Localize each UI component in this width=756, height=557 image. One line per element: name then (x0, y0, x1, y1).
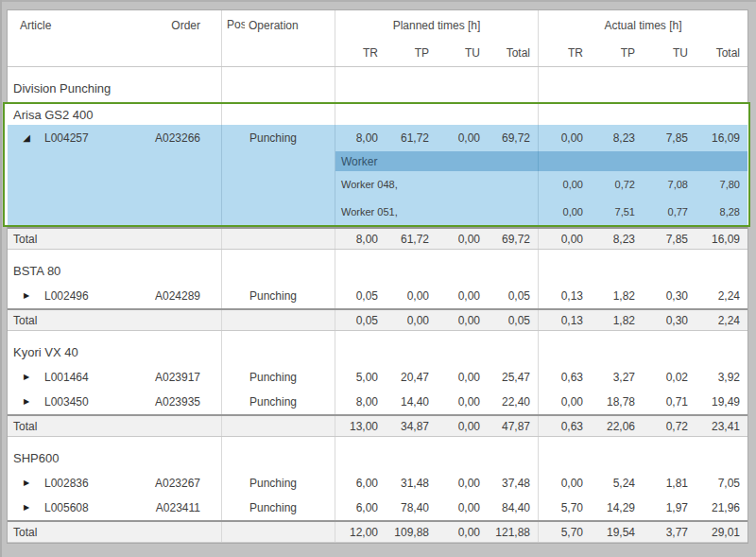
table-row[interactable]: ▶ L002836 A023267 Punching 6,00 31,48 0,… (8, 471, 747, 496)
planned-total: 0,05 (488, 284, 538, 308)
planned-total: 47,87 (488, 416, 538, 436)
column-header-pos[interactable]: Pos. (221, 10, 245, 66)
worker-detail-row[interactable]: Worker 048, 0,00 0,72 7,08 7,80 (8, 171, 747, 198)
planned-tp: 0,00 (386, 310, 437, 330)
actual-total: 2,24 (696, 310, 747, 330)
actual-tr: 5,70 (538, 522, 591, 542)
table-row[interactable]: ▶ L002496 A024289 Punching 0,05 0,00 0,0… (8, 284, 747, 308)
planned-tu: 0,00 (437, 310, 488, 330)
division-label: Division Punching (8, 67, 221, 102)
column-header-order[interactable]: Order (149, 10, 221, 40)
planned-tp: 61,72 (386, 229, 437, 249)
spacer-cell (221, 104, 335, 125)
operation-value: Punching (245, 390, 335, 414)
table-row-selected[interactable]: ◢ L004257 A023266 Punching 8,00 61,72 0,… (8, 125, 747, 151)
actual-tu: 3,77 (643, 522, 696, 542)
order-value: A023266 (149, 125, 221, 151)
actual-tp: 3,27 (591, 365, 643, 390)
article-value: L001464 (44, 371, 89, 384)
actual-tp: 14,29 (591, 496, 643, 520)
article-cell: ▶ L001464 (8, 365, 149, 390)
band-header-actual-times[interactable]: Actual times [h] (538, 10, 747, 40)
spacer-cell (335, 104, 538, 125)
spacer-cell (8, 151, 221, 171)
spacer-cell (221, 437, 335, 471)
group-total-row[interactable]: Total 13,00 34,87 0,00 47,87 0,63 22,06 … (8, 414, 747, 437)
expand-row-icon[interactable]: ▶ (21, 504, 32, 512)
actual-total: 2,24 (696, 284, 747, 308)
column-header-actual-tp[interactable]: TP (591, 40, 643, 66)
actual-tu: 0,02 (643, 365, 696, 390)
planned-tu: 0,00 (437, 229, 488, 249)
column-header-actual-tu[interactable]: TU (643, 40, 696, 66)
planned-total: 69,72 (488, 125, 538, 151)
actual-total: 8,28 (696, 198, 747, 225)
planned-tu: 0,00 (437, 125, 488, 151)
table-row[interactable]: ▶ L001464 A023917 Punching 5,00 20,47 0,… (8, 365, 747, 390)
planned-total: 121,88 (488, 522, 538, 542)
expand-row-icon[interactable]: ▶ (21, 398, 32, 406)
column-header-planned-tp[interactable]: TP (386, 40, 437, 66)
planned-tp: 78,40 (386, 496, 437, 520)
group-total-row[interactable]: Total 0,05 0,00 0,00 0,05 0,13 1,82 0,30… (8, 308, 747, 331)
band-header-planned-times[interactable]: Planned times [h] (335, 10, 538, 40)
article-value: L002836 (44, 477, 89, 490)
actual-tp: 18,78 (591, 390, 643, 414)
spacer-cell (221, 331, 335, 365)
order-value: A023935 (149, 390, 221, 414)
actual-total: 7,80 (696, 171, 747, 198)
pos-value (221, 284, 245, 308)
actual-tp: 8,23 (591, 125, 643, 151)
group-row-arisa-gs2-400[interactable]: Arisa GS2 400 (8, 104, 747, 125)
window-top-edge (0, 0, 756, 2)
article-value: L004257 (44, 131, 89, 145)
planned-tp: 109,88 (386, 522, 437, 542)
window-left-edge (0, 0, 2, 557)
group-row-kyori-vx-40[interactable]: Kyori VX 40 (8, 331, 747, 365)
planned-tp: 0,00 (386, 284, 437, 308)
spacer-cell (221, 67, 335, 102)
group-total-row[interactable]: Total 8,00 61,72 0,00 69,72 0,00 8,23 7,… (8, 227, 747, 250)
group-name: Kyori VX 40 (8, 331, 221, 365)
article-cell: ▶ L002836 (8, 471, 149, 496)
pos-value (221, 125, 245, 151)
column-header-planned-tu[interactable]: TU (437, 40, 488, 66)
planned-tu: 0,00 (437, 496, 488, 520)
division-group-row[interactable]: Division Punching (8, 67, 747, 102)
actual-tu: 7,85 (643, 229, 696, 249)
group-total-row[interactable]: Total 12,00 109,88 0,00 121,88 5,70 19,5… (8, 520, 747, 543)
worker-detail-row[interactable]: Worker 051, 0,00 7,51 0,77 8,28 (8, 198, 747, 225)
spacer-cell (538, 250, 747, 284)
column-header-actual-total[interactable]: Total (696, 40, 747, 66)
expand-row-icon[interactable]: ▶ (21, 374, 32, 381)
column-header-article[interactable]: Article (8, 10, 149, 40)
expand-row-icon[interactable]: ▶ (21, 479, 32, 487)
column-header-planned-tr[interactable]: TR (335, 40, 386, 66)
actual-tp: 5,24 (591, 471, 643, 496)
total-label: Total (8, 522, 221, 542)
spacer-cell (221, 310, 335, 330)
planned-tr: 0,05 (335, 284, 386, 308)
planned-tr: 6,00 (335, 496, 386, 520)
spacer-cell (221, 171, 335, 198)
actual-tr: 0,00 (538, 198, 591, 225)
group-row-shp600[interactable]: SHP600 (8, 437, 747, 471)
expand-row-icon[interactable]: ▶ (21, 292, 32, 300)
collapse-row-icon[interactable]: ◢ (21, 133, 32, 143)
column-header-planned-total[interactable]: Total (488, 40, 538, 66)
column-header-actual-tr[interactable]: TR (538, 40, 591, 66)
worker-name: Worker 048, (335, 171, 538, 198)
detail-band-worker-header[interactable]: Worker (335, 151, 538, 171)
table-row[interactable]: ▶ L003450 A023935 Punching 8,00 14,40 0,… (8, 390, 747, 414)
planned-total: 37,48 (488, 471, 538, 496)
group-row-bsta-80[interactable]: BSTA 80 (8, 250, 747, 284)
actual-tr: 0,63 (538, 365, 591, 390)
spacer-cell (335, 437, 538, 471)
column-header-operation[interactable]: Operation (245, 10, 335, 40)
article-cell: ▶ L005608 (8, 496, 149, 520)
table-row[interactable]: ▶ L005608 A023411 Punching 6,00 78,40 0,… (8, 496, 747, 520)
spacer-cell (221, 522, 335, 542)
planned-tr: 8,00 (335, 390, 386, 414)
actual-total: 21,96 (696, 496, 747, 520)
actual-tu: 7,85 (643, 125, 696, 151)
